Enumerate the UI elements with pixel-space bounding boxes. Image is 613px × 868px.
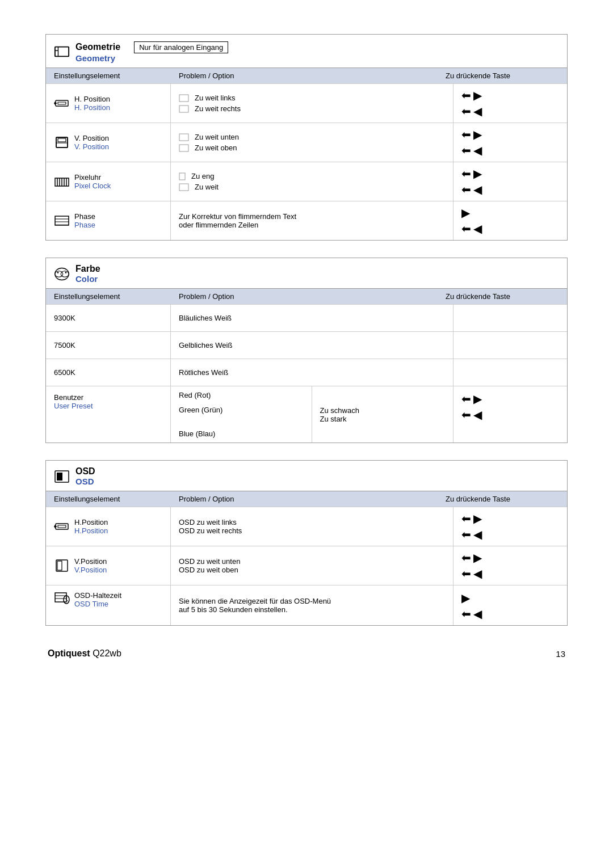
table-row: V.Position V.Position OSD zu weit unten …: [46, 546, 567, 585]
user-preset-setting: Benutzer User Preset: [46, 386, 171, 443]
table-row: H.Position H.Position OSD zu weit links …: [46, 507, 567, 546]
svg-rect-4: [58, 102, 66, 104]
svg-rect-22: [179, 184, 188, 191]
osd-h-position-setting: H.Position H.Position: [46, 507, 171, 546]
table-row: 9300K Bläuliches Weiß: [46, 304, 567, 331]
color-section: Farbe Color Einstellungselement Problem …: [45, 258, 568, 443]
7500k-keys: [454, 332, 567, 359]
color-header: Farbe Color: [46, 258, 567, 288]
table-row: Phase Phase Zur Korrektur von flimmernde…: [46, 201, 567, 240]
svg-point-27: [55, 268, 69, 280]
osd-v-position-icon: [54, 559, 70, 572]
phase-name: Phase Phase: [74, 212, 95, 229]
phase-problem: Zur Korrektur von flimmerndem Text oder …: [171, 201, 454, 240]
7500k-problem: Gelbliches Weiß: [171, 332, 454, 359]
svg-rect-8: [179, 106, 188, 112]
osd-icon: [54, 470, 70, 483]
osd-title-en: OSD: [75, 477, 95, 486]
pixel-clock-name: Pixeluhr Pixel Clock: [74, 173, 111, 190]
geometry-col3-header: Zu drückende Taste: [446, 71, 559, 80]
osd-section: OSD OSD Einstellungselement Problem / Op…: [45, 460, 568, 626]
svg-point-29: [61, 271, 69, 277]
geometry-title-en: Geometry: [75, 53, 228, 63]
svg-rect-0: [55, 47, 69, 57]
svg-rect-14: [179, 145, 188, 151]
h-position-setting: H. Position H. Position: [46, 84, 171, 123]
6500k-setting: 6500K: [46, 359, 171, 386]
color-title-de: Farbe: [75, 264, 100, 274]
pixel-clock-icon: [54, 175, 70, 188]
osd-v-position-problem: OSD zu weit unten OSD zu weit oben: [171, 546, 454, 585]
color-title-block: Farbe Color: [75, 264, 100, 284]
geometry-title-block: Geometrie Nur für analogen Eingang Geome…: [75, 40, 228, 63]
h-position-name: H. Position H. Position: [74, 95, 110, 112]
table-row: H. Position H. Position Zu weit links Zu…: [46, 83, 567, 123]
pixel-clock-setting: Pixeluhr Pixel Clock: [46, 162, 171, 201]
osd-col2-header: Problem / Option: [179, 495, 446, 503]
phase-keys: ▶ ⬅◀: [454, 201, 567, 240]
osd-time-keys: ▶ ⬅◀: [454, 585, 567, 625]
svg-rect-39: [57, 561, 62, 570]
osd-v-position-keys: ⬅▶ ⬅◀: [454, 546, 567, 585]
svg-rect-35: [58, 525, 66, 528]
table-row: Pixeluhr Pixel Clock Zu eng Zu weit ⬅▶ ⬅…: [46, 162, 567, 201]
svg-rect-13: [179, 134, 188, 141]
h-position-problem: Zu weit links Zu weit rechts: [171, 84, 454, 123]
v-position-keys: ⬅▶ ⬅◀: [454, 123, 567, 162]
9300k-problem: Bläuliches Weiß: [171, 305, 454, 331]
user-preset-keys: ⬅▶ ⬅◀: [454, 386, 567, 443]
phase-setting: Phase Phase: [46, 201, 171, 240]
table-row: OSD-Haltezeit OSD Time Sie können die An…: [46, 585, 567, 625]
pixel-clock-keys: ⬅▶ ⬅◀: [454, 162, 567, 201]
v-position-problem: Zu weit unten Zu weit oben: [171, 123, 454, 162]
v-position-name: V. Position V. Position: [74, 134, 109, 151]
svg-rect-34: [56, 524, 68, 529]
osd-h-position-problem: OSD zu weit links OSD zu weit rechts: [171, 507, 454, 546]
table-row: Benutzer User Preset Red (Rot) Green (Gr…: [46, 386, 567, 443]
6500k-keys: [454, 359, 567, 386]
v-position-icon: [54, 136, 70, 149]
geometry-note: Nur für analogen Eingang: [134, 41, 228, 53]
brand-name: Optiquest: [48, 648, 90, 658]
osd-h-position-keys: ⬅▶ ⬅◀: [454, 507, 567, 546]
svg-rect-33: [57, 473, 62, 481]
color-title-en: Color: [75, 274, 100, 284]
osd-h-position-icon: [54, 520, 70, 533]
svg-rect-12: [58, 138, 66, 142]
osd-h-position-name: H.Position H.Position: [74, 518, 108, 535]
pixel-clock-problem: Zu eng Zu weit: [171, 162, 454, 201]
phase-icon: [54, 214, 70, 227]
geometry-col1-header: Einstellungselement: [54, 71, 179, 80]
user-preset-problem: Red (Rot) Green (Grün) Blue (Blau) Zu sc…: [171, 386, 454, 443]
osd-title-de: OSD: [75, 466, 95, 477]
page-number: 13: [556, 649, 565, 659]
geometry-icon: [54, 45, 70, 58]
table-row: 6500K Rötliches Weiß: [46, 359, 567, 386]
color-col2-header: Problem / Option: [179, 292, 446, 301]
color-col3-header: Zu drückende Taste: [446, 292, 559, 301]
osd-time-icon: [54, 591, 70, 605]
geometry-col2-header: Problem / Option: [179, 71, 446, 80]
osd-v-position-name: V.Position V.Position: [74, 557, 107, 574]
osd-time-setting: OSD-Haltezeit OSD Time: [46, 585, 171, 625]
geometry-header: Geometrie Nur für analogen Eingang Geome…: [46, 35, 567, 68]
geometry-title-de: Geometrie: [75, 42, 120, 52]
svg-point-31: [65, 272, 67, 273]
7500k-setting: 7500K: [46, 332, 171, 359]
color-icon: [54, 267, 70, 281]
svg-point-30: [57, 272, 59, 273]
geometry-section: Geometrie Nur für analogen Eingang Geome…: [45, 34, 568, 241]
osd-header: OSD OSD: [46, 461, 567, 491]
svg-rect-7: [179, 95, 188, 102]
svg-rect-21: [179, 173, 185, 180]
9300k-keys: [454, 305, 567, 331]
color-col-header: Einstellungselement Problem / Option Zu …: [46, 288, 567, 304]
9300k-setting: 9300K: [46, 305, 171, 331]
osd-col1-header: Einstellungselement: [54, 495, 179, 503]
color-col1-header: Einstellungselement: [54, 292, 179, 301]
osd-title-block: OSD OSD: [75, 466, 95, 486]
6500k-problem: Rötliches Weiß: [171, 359, 454, 386]
footer-brand: Optiquest Q22wb // manually set the spac…: [48, 648, 121, 659]
footer: Optiquest Q22wb // manually set the spac…: [45, 648, 568, 659]
h-position-keys: ⬅▶ ⬅◀: [454, 84, 567, 123]
